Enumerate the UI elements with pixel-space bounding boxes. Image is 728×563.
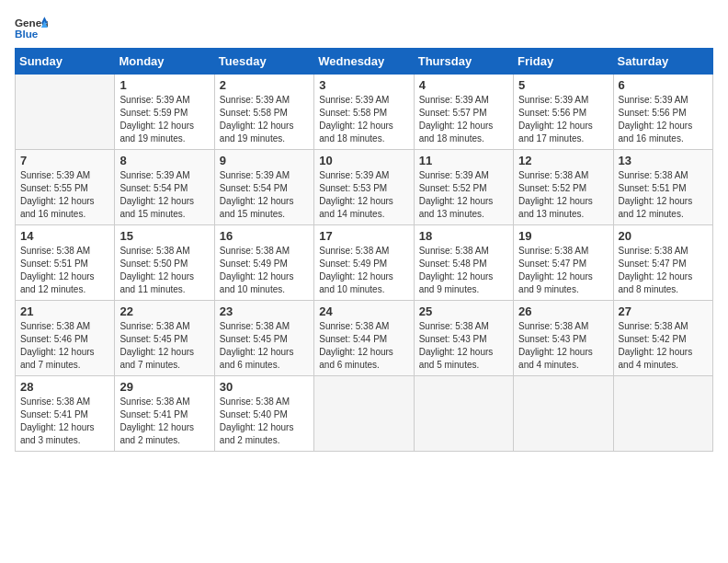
day-cell: 18Sunrise: 5:38 AM Sunset: 5:48 PM Dayli…	[414, 225, 513, 301]
day-cell	[16, 75, 115, 150]
day-number: 22	[119, 304, 209, 318]
day-info: Sunrise: 5:39 AM Sunset: 5:57 PM Dayligh…	[419, 94, 508, 145]
day-cell: 28Sunrise: 5:38 AM Sunset: 5:41 PM Dayli…	[16, 376, 115, 452]
day-info: Sunrise: 5:38 AM Sunset: 5:40 PM Dayligh…	[220, 396, 309, 447]
day-info: Sunrise: 5:38 AM Sunset: 5:45 PM Dayligh…	[220, 320, 309, 372]
logo-icon: General Blue	[15, 15, 48, 40]
day-info: Sunrise: 5:39 AM Sunset: 5:52 PM Dayligh…	[419, 169, 508, 221]
header-thursday: Thursday	[414, 49, 513, 75]
day-cell	[613, 376, 712, 452]
day-number: 17	[319, 229, 408, 243]
day-cell: 7Sunrise: 5:39 AM Sunset: 5:55 PM Daylig…	[16, 150, 115, 225]
day-info: Sunrise: 5:38 AM Sunset: 5:47 PM Dayligh…	[619, 245, 708, 296]
day-number: 5	[518, 78, 608, 92]
day-cell: 14Sunrise: 5:38 AM Sunset: 5:51 PM Dayli…	[16, 225, 115, 301]
day-info: Sunrise: 5:38 AM Sunset: 5:51 PM Dayligh…	[20, 245, 109, 296]
day-info: Sunrise: 5:38 AM Sunset: 5:45 PM Dayligh…	[119, 320, 209, 372]
day-info: Sunrise: 5:38 AM Sunset: 5:41 PM Dayligh…	[20, 396, 109, 447]
day-info: Sunrise: 5:39 AM Sunset: 5:54 PM Dayligh…	[119, 169, 209, 221]
day-number: 12	[518, 154, 608, 167]
logo: General Blue	[15, 15, 51, 40]
day-number: 10	[319, 154, 408, 167]
day-number: 9	[220, 154, 309, 167]
day-info: Sunrise: 5:38 AM Sunset: 5:46 PM Dayligh…	[20, 320, 109, 372]
day-cell: 6Sunrise: 5:39 AM Sunset: 5:56 PM Daylig…	[613, 75, 712, 150]
header-row: SundayMondayTuesdayWednesdayThursdayFrid…	[16, 49, 713, 75]
day-number: 18	[419, 229, 508, 243]
day-number: 7	[20, 154, 109, 167]
header-saturday: Saturday	[613, 49, 712, 75]
day-number: 11	[419, 154, 508, 167]
header-sunday: Sunday	[16, 49, 115, 75]
day-info: Sunrise: 5:39 AM Sunset: 5:59 PM Dayligh…	[119, 94, 209, 145]
day-number: 4	[419, 78, 508, 92]
day-cell: 25Sunrise: 5:38 AM Sunset: 5:43 PM Dayli…	[414, 301, 513, 376]
day-info: Sunrise: 5:39 AM Sunset: 5:58 PM Dayligh…	[220, 94, 309, 145]
day-info: Sunrise: 5:38 AM Sunset: 5:51 PM Dayligh…	[619, 169, 708, 221]
day-cell: 8Sunrise: 5:39 AM Sunset: 5:54 PM Daylig…	[115, 150, 214, 225]
day-cell: 15Sunrise: 5:38 AM Sunset: 5:50 PM Dayli…	[115, 225, 214, 301]
day-info: Sunrise: 5:38 AM Sunset: 5:43 PM Dayligh…	[518, 320, 608, 372]
day-info: Sunrise: 5:38 AM Sunset: 5:49 PM Dayligh…	[319, 245, 408, 296]
day-cell: 3Sunrise: 5:39 AM Sunset: 5:58 PM Daylig…	[314, 75, 414, 150]
page-header: General Blue	[15, 15, 713, 40]
day-info: Sunrise: 5:39 AM Sunset: 5:56 PM Dayligh…	[619, 94, 708, 145]
day-info: Sunrise: 5:39 AM Sunset: 5:56 PM Dayligh…	[518, 94, 608, 145]
day-number: 13	[619, 154, 708, 167]
day-info: Sunrise: 5:38 AM Sunset: 5:43 PM Dayligh…	[419, 320, 508, 372]
day-number: 16	[220, 229, 309, 243]
header-wednesday: Wednesday	[314, 49, 414, 75]
header-monday: Monday	[115, 49, 214, 75]
day-info: Sunrise: 5:38 AM Sunset: 5:47 PM Dayligh…	[518, 245, 608, 296]
day-cell: 23Sunrise: 5:38 AM Sunset: 5:45 PM Dayli…	[214, 301, 313, 376]
day-cell: 17Sunrise: 5:38 AM Sunset: 5:49 PM Dayli…	[314, 225, 414, 301]
day-cell: 1Sunrise: 5:39 AM Sunset: 5:59 PM Daylig…	[115, 75, 214, 150]
day-info: Sunrise: 5:39 AM Sunset: 5:58 PM Dayligh…	[319, 94, 408, 145]
day-info: Sunrise: 5:38 AM Sunset: 5:50 PM Dayligh…	[119, 245, 209, 296]
day-number: 28	[20, 380, 109, 394]
day-info: Sunrise: 5:38 AM Sunset: 5:44 PM Dayligh…	[319, 320, 408, 372]
day-number: 8	[119, 154, 209, 167]
day-number: 24	[319, 304, 408, 318]
day-cell: 27Sunrise: 5:38 AM Sunset: 5:42 PM Dayli…	[613, 301, 712, 376]
day-cell: 10Sunrise: 5:39 AM Sunset: 5:53 PM Dayli…	[314, 150, 414, 225]
week-row-2: 7Sunrise: 5:39 AM Sunset: 5:55 PM Daylig…	[16, 150, 713, 225]
day-cell: 22Sunrise: 5:38 AM Sunset: 5:45 PM Dayli…	[115, 301, 214, 376]
day-cell: 20Sunrise: 5:38 AM Sunset: 5:47 PM Dayli…	[613, 225, 712, 301]
day-cell: 9Sunrise: 5:39 AM Sunset: 5:54 PM Daylig…	[214, 150, 313, 225]
day-cell: 29Sunrise: 5:38 AM Sunset: 5:41 PM Dayli…	[115, 376, 214, 452]
day-number: 27	[619, 304, 708, 318]
day-number: 19	[518, 229, 608, 243]
day-info: Sunrise: 5:38 AM Sunset: 5:41 PM Dayligh…	[119, 396, 209, 447]
header-tuesday: Tuesday	[214, 49, 313, 75]
day-number: 26	[518, 304, 608, 318]
day-cell: 16Sunrise: 5:38 AM Sunset: 5:49 PM Dayli…	[214, 225, 313, 301]
day-cell	[314, 376, 414, 452]
week-row-1: 1Sunrise: 5:39 AM Sunset: 5:59 PM Daylig…	[16, 75, 713, 150]
day-number: 20	[619, 229, 708, 243]
day-info: Sunrise: 5:38 AM Sunset: 5:49 PM Dayligh…	[220, 245, 309, 296]
day-number: 1	[119, 78, 209, 92]
day-cell: 4Sunrise: 5:39 AM Sunset: 5:57 PM Daylig…	[414, 75, 513, 150]
day-number: 29	[119, 380, 209, 394]
week-row-4: 21Sunrise: 5:38 AM Sunset: 5:46 PM Dayli…	[16, 301, 713, 376]
svg-text:Blue: Blue	[15, 28, 39, 40]
day-number: 25	[419, 304, 508, 318]
day-number: 15	[119, 229, 209, 243]
day-number: 2	[220, 78, 309, 92]
day-cell: 5Sunrise: 5:39 AM Sunset: 5:56 PM Daylig…	[514, 75, 613, 150]
day-cell: 24Sunrise: 5:38 AM Sunset: 5:44 PM Dayli…	[314, 301, 414, 376]
day-info: Sunrise: 5:39 AM Sunset: 5:55 PM Dayligh…	[20, 169, 109, 221]
day-cell: 19Sunrise: 5:38 AM Sunset: 5:47 PM Dayli…	[514, 225, 613, 301]
day-info: Sunrise: 5:38 AM Sunset: 5:42 PM Dayligh…	[619, 320, 708, 372]
day-cell: 13Sunrise: 5:38 AM Sunset: 5:51 PM Dayli…	[613, 150, 712, 225]
day-info: Sunrise: 5:38 AM Sunset: 5:48 PM Dayligh…	[419, 245, 508, 296]
day-info: Sunrise: 5:38 AM Sunset: 5:52 PM Dayligh…	[518, 169, 608, 221]
week-row-5: 28Sunrise: 5:38 AM Sunset: 5:41 PM Dayli…	[16, 376, 713, 452]
day-cell: 2Sunrise: 5:39 AM Sunset: 5:58 PM Daylig…	[214, 75, 313, 150]
day-cell: 12Sunrise: 5:38 AM Sunset: 5:52 PM Dayli…	[514, 150, 613, 225]
day-number: 6	[619, 78, 708, 92]
week-row-3: 14Sunrise: 5:38 AM Sunset: 5:51 PM Dayli…	[16, 225, 713, 301]
day-info: Sunrise: 5:39 AM Sunset: 5:54 PM Dayligh…	[220, 169, 309, 221]
header-friday: Friday	[514, 49, 613, 75]
